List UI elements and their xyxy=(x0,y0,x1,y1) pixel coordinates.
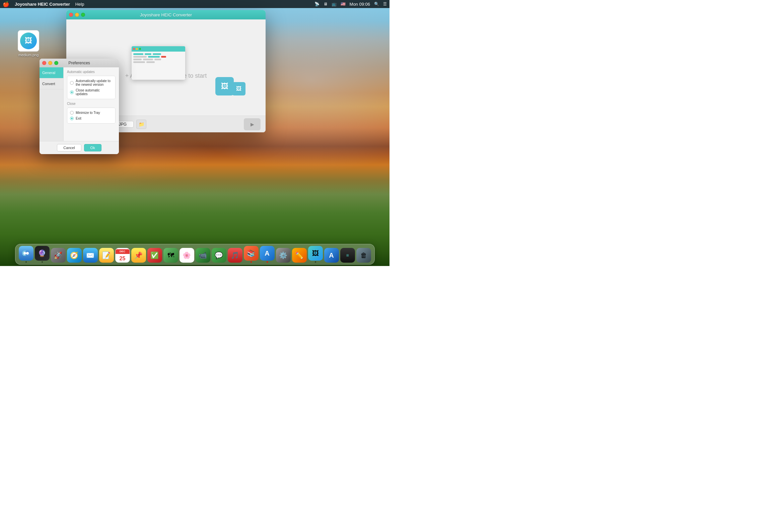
prefs-ok-button[interactable]: Ok xyxy=(84,144,102,152)
dock-item-sysprefs[interactable]: ⚙️ xyxy=(276,248,291,263)
dock-item-facetime[interactable]: 📹 xyxy=(195,248,210,263)
dock-item-messages[interactable]: 💬 xyxy=(212,248,226,263)
dock-icon-pencil: ✏️ xyxy=(292,248,307,263)
prefs-cancel-button[interactable]: Cancel xyxy=(57,144,81,152)
dock-item-photos[interactable]: 🌸 xyxy=(180,248,194,263)
menubar-menu-icon[interactable]: ☰ xyxy=(383,2,387,6)
desktop-icon-medium-png[interactable]: 🖼 medium.png xyxy=(15,30,42,57)
desktop-icon-label: medium.png xyxy=(18,53,39,57)
mini-row-1 xyxy=(133,53,184,55)
main-window-max-btn[interactable] xyxy=(81,13,85,17)
dock-icon-stickies: 📌 xyxy=(131,248,146,263)
dock-item-notes[interactable]: 📝 xyxy=(99,248,114,263)
menubar-app-name[interactable]: Joyoshare HEIC Converter xyxy=(15,2,70,7)
prefs-option-exit[interactable]: Exit xyxy=(70,116,113,121)
convert-button[interactable]: ▶ xyxy=(244,118,260,130)
dock-item-aomei[interactable]: A xyxy=(324,248,339,263)
dock-item-siri[interactable]: 🔮 xyxy=(35,246,50,263)
radio-auto-update[interactable] xyxy=(70,81,74,85)
prefs-close-btn[interactable] xyxy=(42,61,46,65)
svg-point-2 xyxy=(23,252,26,255)
dock-item-reminders[interactable]: ✅ xyxy=(147,248,162,263)
dock-item-finder[interactable] xyxy=(19,246,34,263)
dock-item-pencil[interactable]: ✏️ xyxy=(292,248,307,263)
mini-content xyxy=(132,52,185,65)
prefs-title: Preferences xyxy=(68,61,90,65)
prefs-window-controls xyxy=(42,61,58,65)
auto-update-label: Automatically update to the newest versi… xyxy=(76,79,113,86)
mini-bar-7 xyxy=(133,59,142,60)
menubar-left: 🍎 Joyoshare HEIC Converter Help xyxy=(3,1,314,7)
dock-icon-launchpad: 🚀 xyxy=(51,248,66,263)
prefs-close-group: Minimize to Tray Exit xyxy=(67,108,116,124)
menubar-display-icon[interactable]: 📺 xyxy=(332,2,337,6)
svg-point-3 xyxy=(26,252,29,255)
mini-close xyxy=(133,48,135,50)
dock-icon-notes: 📝 xyxy=(99,248,114,263)
menubar-right: 📡 🖥 📺 🇺🇸 Mon 09:06 🔍 ☰ xyxy=(314,2,387,7)
mini-bar-2 xyxy=(145,53,152,55)
radio-close-updates[interactable] xyxy=(70,91,74,94)
dock-item-appstore[interactable]: A xyxy=(260,246,275,263)
prefs-close-title: Close xyxy=(67,102,116,106)
dock-icon-messages: 💬 xyxy=(212,248,226,263)
mini-bar-8 xyxy=(143,59,153,60)
format-value[interactable]: JPG xyxy=(117,121,134,128)
prefs-min-btn[interactable] xyxy=(48,61,52,65)
dock-item-safari[interactable]: 🧭 xyxy=(67,248,82,263)
dock-icon-safari: 🧭 xyxy=(67,248,82,263)
dock-item-mail[interactable]: ✉️ xyxy=(83,248,98,263)
menubar-airplay-icon[interactable]: 📡 xyxy=(314,2,319,6)
menubar-search-icon[interactable]: 🔍 xyxy=(374,2,379,6)
prefs-body: General Convert Automatic updates Automa… xyxy=(40,67,119,141)
dock-dot-appstore xyxy=(266,261,268,263)
mini-row-3 xyxy=(133,59,184,60)
dock-icon-reminders: ✅ xyxy=(147,248,162,263)
dock-icon-music: 🎵 xyxy=(228,248,242,263)
minimize-tray-label: Minimize to Tray xyxy=(76,111,100,115)
prefs-tab-convert[interactable]: Convert xyxy=(40,78,63,90)
menubar-help[interactable]: Help xyxy=(75,2,84,7)
dock-icon-maps: 🗺 xyxy=(164,248,178,263)
prefs-tab-general[interactable]: General xyxy=(40,67,63,78)
desktop-icon-image: 🖼 xyxy=(18,30,39,52)
prefs-max-btn[interactable] xyxy=(54,61,58,65)
dock-icon-istat: ≡ xyxy=(340,248,355,263)
mini-bar-9 xyxy=(155,59,161,60)
dock-icon-appstore: A xyxy=(260,246,275,261)
dock-item-calendar[interactable]: DEC 25 xyxy=(115,248,130,263)
menubar-cast-icon[interactable]: 🖥 xyxy=(323,2,327,6)
dock-item-books[interactable]: 📚 xyxy=(244,246,258,263)
dock-item-trash[interactable]: 🗑 xyxy=(356,248,371,263)
dock-dot-finder xyxy=(25,261,27,263)
dock-item-stickies[interactable]: 📌 xyxy=(131,248,146,263)
mini-row-2 xyxy=(133,56,184,58)
dock-icon-sysprefs: ⚙️ xyxy=(276,248,291,263)
main-window-min-btn[interactable] xyxy=(75,13,79,17)
radio-exit[interactable] xyxy=(70,117,74,120)
dock-item-music[interactable]: 🎵 xyxy=(228,248,242,263)
image-icon-small: 🖼 xyxy=(232,82,245,96)
folder-button[interactable]: 📁 xyxy=(136,120,146,129)
dock-icon-mail: ✉️ xyxy=(83,248,98,263)
main-window-controls xyxy=(69,13,85,17)
dock-icon-joyoshare: 🖼 xyxy=(308,246,323,261)
desktop-icon-inner: 🖼 xyxy=(20,33,37,49)
prefs-option-close-updates[interactable]: Close automatic updates xyxy=(70,87,113,97)
desktop: 🍎 Joyoshare HEIC Converter Help 📡 🖥 📺 🇺🇸… xyxy=(0,0,390,266)
dock-item-joyoshare[interactable]: 🖼 xyxy=(308,246,323,263)
dock-item-istat[interactable]: ≡ xyxy=(340,248,355,263)
main-window-close-btn[interactable] xyxy=(69,13,73,17)
dock-item-maps[interactable]: 🗺 xyxy=(164,248,178,263)
dock-icon-facetime: 📹 xyxy=(195,248,210,263)
prefs-updates-group: Automatically update to the newest versi… xyxy=(67,76,116,99)
menubar: 🍎 Joyoshare HEIC Converter Help 📡 🖥 📺 🇺🇸… xyxy=(0,0,390,8)
dock-dot-joyoshare xyxy=(315,261,316,263)
dock-icon-finder xyxy=(19,246,34,261)
apple-menu[interactable]: 🍎 xyxy=(3,1,9,7)
dock-item-launchpad[interactable]: 🚀 xyxy=(51,248,66,263)
radio-minimize-tray[interactable] xyxy=(70,111,74,115)
prefs-option-minimize-tray[interactable]: Minimize to Tray xyxy=(70,110,113,116)
prefs-option-auto-update[interactable]: Automatically update to the newest versi… xyxy=(70,78,113,87)
menubar-flag-icon[interactable]: 🇺🇸 xyxy=(341,2,346,6)
